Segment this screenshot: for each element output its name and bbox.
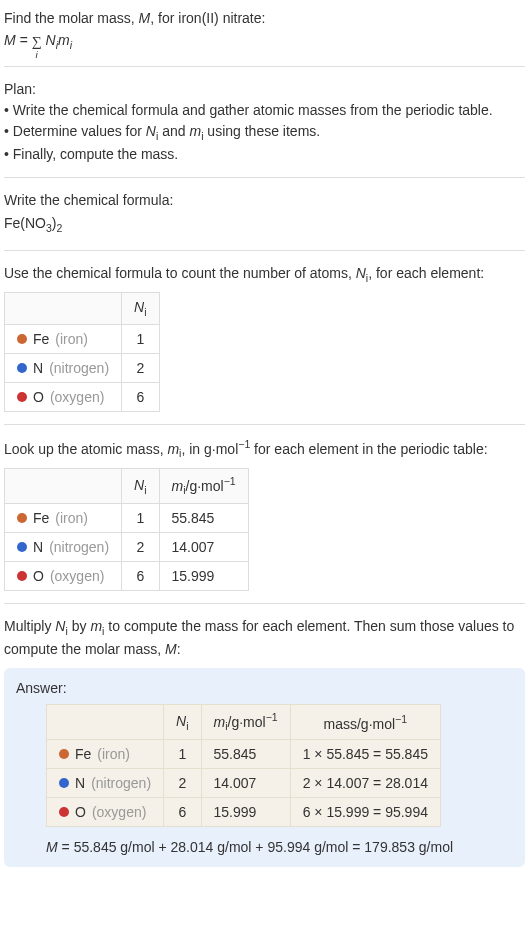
molar-mass-formula: M = ∑i Nimi bbox=[4, 29, 525, 54]
n-value: 2 bbox=[122, 354, 159, 383]
empty-header bbox=[47, 705, 164, 739]
table-row: O (oxygen) 6 15.999 6 × 15.999 = 95.994 bbox=[47, 797, 441, 826]
n-value: 2 bbox=[164, 768, 201, 797]
element-cell: N (nitrogen) bbox=[5, 354, 122, 383]
empty-header bbox=[5, 293, 122, 325]
plan-heading: Plan: bbox=[4, 79, 525, 100]
intro-suffix: , for iron(II) nitrate: bbox=[150, 10, 265, 26]
element-dot-icon bbox=[17, 542, 27, 552]
atomic-mass-table: Ni mi/g·mol−1 Fe (iron) 1 55.845 N (nitr… bbox=[4, 468, 249, 590]
n-value: 1 bbox=[122, 325, 159, 354]
intro-prefix: Find the molar mass, bbox=[4, 10, 139, 26]
table-row: N (nitrogen) 2 bbox=[5, 354, 160, 383]
chemical-formula: Fe(NO3)2 bbox=[4, 211, 525, 238]
table-header-row: Ni mi/g·mol−1 bbox=[5, 469, 249, 503]
plan-bullet-1: • Write the chemical formula and gather … bbox=[4, 100, 525, 121]
count-atoms-table: Ni Fe (iron) 1 N (nitrogen) 2 O (oxygen)… bbox=[4, 292, 160, 412]
calc-value: 2 × 14.007 = 28.014 bbox=[290, 768, 440, 797]
formula-eq: = bbox=[16, 32, 32, 48]
answer-label: Answer: bbox=[16, 680, 513, 696]
plan-bullet-2: • Determine values for Ni and mi using t… bbox=[4, 121, 525, 145]
formula-m-sub: i bbox=[70, 39, 72, 51]
table-header-row: Ni bbox=[5, 293, 160, 325]
m-header: mi/g·mol−1 bbox=[201, 705, 290, 739]
divider bbox=[4, 424, 525, 425]
m-value: 15.999 bbox=[201, 797, 290, 826]
empty-header bbox=[5, 469, 122, 503]
divider bbox=[4, 250, 525, 251]
n-header: Ni bbox=[122, 469, 159, 503]
table-row: O (oxygen) 6 bbox=[5, 383, 160, 412]
formula-n: N bbox=[42, 32, 56, 48]
n-value: 6 bbox=[164, 797, 201, 826]
write-formula-section: Write the chemical formula: Fe(NO3)2 bbox=[4, 190, 525, 238]
table-header-row: Ni mi/g·mol−1 mass/g·mol−1 bbox=[47, 705, 441, 739]
answer-box: Answer: Ni mi/g·mol−1 mass/g·mol−1 Fe (i… bbox=[4, 668, 525, 866]
m-header: mi/g·mol−1 bbox=[159, 469, 248, 503]
table-row: N (nitrogen) 2 14.007 bbox=[5, 532, 249, 561]
n-header: Ni bbox=[164, 705, 201, 739]
element-dot-icon bbox=[17, 513, 27, 523]
n-value: 2 bbox=[122, 532, 159, 561]
n-value: 6 bbox=[122, 383, 159, 412]
calc-value: 6 × 15.999 = 95.994 bbox=[290, 797, 440, 826]
table-row: Fe (iron) 1 bbox=[5, 325, 160, 354]
multiply-section: Multiply Ni by mi to compute the mass fo… bbox=[4, 616, 525, 867]
element-dot-icon bbox=[59, 807, 69, 817]
n-value: 1 bbox=[122, 503, 159, 532]
answer-table: Ni mi/g·mol−1 mass/g·mol−1 Fe (iron) 1 5… bbox=[46, 704, 441, 826]
table-row: N (nitrogen) 2 14.007 2 × 14.007 = 28.01… bbox=[47, 768, 441, 797]
table-row: Fe (iron) 1 55.845 1 × 55.845 = 55.845 bbox=[47, 739, 441, 768]
element-cell: Fe (iron) bbox=[5, 503, 122, 532]
element-cell: O (oxygen) bbox=[5, 383, 122, 412]
plan-section: Plan: • Write the chemical formula and g… bbox=[4, 79, 525, 166]
table-row: Fe (iron) 1 55.845 bbox=[5, 503, 249, 532]
n-value: 1 bbox=[164, 739, 201, 768]
table-row: O (oxygen) 6 15.999 bbox=[5, 561, 249, 590]
formula-m: m bbox=[58, 32, 70, 48]
divider bbox=[4, 603, 525, 604]
intro-line: Find the molar mass, M, for iron(II) nit… bbox=[4, 8, 525, 29]
m-value: 14.007 bbox=[201, 768, 290, 797]
n-header: Ni bbox=[122, 293, 159, 325]
count-atoms-heading: Use the chemical formula to count the nu… bbox=[4, 263, 525, 287]
element-dot-icon bbox=[59, 778, 69, 788]
calc-value: 1 × 55.845 = 55.845 bbox=[290, 739, 440, 768]
sigma-sub: i bbox=[36, 47, 38, 63]
element-cell: N (nitrogen) bbox=[5, 532, 122, 561]
final-result: M = 55.845 g/mol + 28.014 g/mol + 95.994… bbox=[46, 839, 513, 855]
atomic-mass-section: Look up the atomic mass, mi, in g·mol−1 … bbox=[4, 437, 525, 591]
n-value: 6 bbox=[122, 561, 159, 590]
element-cell: Fe (iron) bbox=[47, 739, 164, 768]
m-value: 55.845 bbox=[159, 503, 248, 532]
multiply-text: Multiply Ni by mi to compute the mass fo… bbox=[4, 616, 525, 661]
element-dot-icon bbox=[59, 749, 69, 759]
element-cell: O (oxygen) bbox=[5, 561, 122, 590]
divider bbox=[4, 66, 525, 67]
m-value: 55.845 bbox=[201, 739, 290, 768]
count-atoms-section: Use the chemical formula to count the nu… bbox=[4, 263, 525, 412]
write-formula-heading: Write the chemical formula: bbox=[4, 190, 525, 211]
formula-lhs: M bbox=[4, 32, 16, 48]
m-value: 14.007 bbox=[159, 532, 248, 561]
element-dot-icon bbox=[17, 363, 27, 373]
element-cell: N (nitrogen) bbox=[47, 768, 164, 797]
element-dot-icon bbox=[17, 571, 27, 581]
element-cell: O (oxygen) bbox=[47, 797, 164, 826]
element-cell: Fe (iron) bbox=[5, 325, 122, 354]
intro-var-m: M bbox=[139, 10, 151, 26]
element-dot-icon bbox=[17, 334, 27, 344]
mass-header: mass/g·mol−1 bbox=[290, 705, 440, 739]
m-value: 15.999 bbox=[159, 561, 248, 590]
atomic-mass-heading: Look up the atomic mass, mi, in g·mol−1 … bbox=[4, 437, 525, 462]
plan-bullet-3: • Finally, compute the mass. bbox=[4, 144, 525, 165]
element-dot-icon bbox=[17, 392, 27, 402]
intro-section: Find the molar mass, M, for iron(II) nit… bbox=[4, 8, 525, 54]
divider bbox=[4, 177, 525, 178]
